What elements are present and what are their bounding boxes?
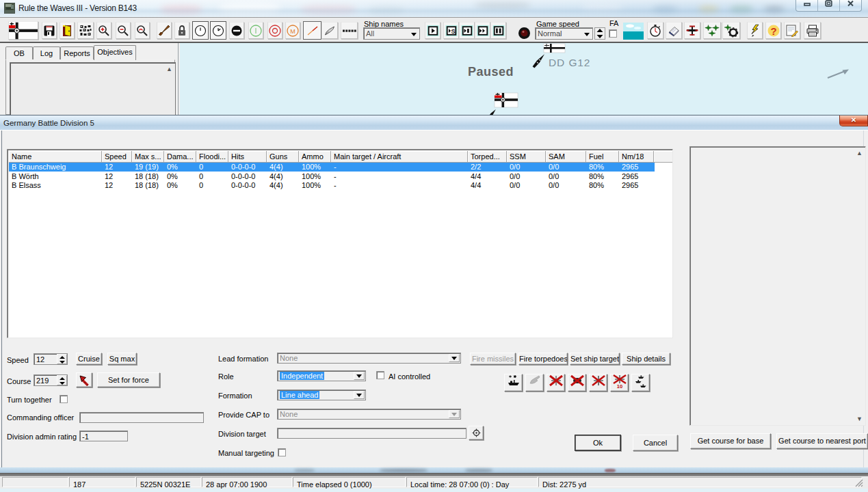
svg-text:?: ? — [770, 25, 776, 36]
svg-text:S: S — [451, 27, 455, 34]
svg-text:M: M — [290, 27, 295, 34]
svg-text:10: 10 — [616, 383, 622, 388]
